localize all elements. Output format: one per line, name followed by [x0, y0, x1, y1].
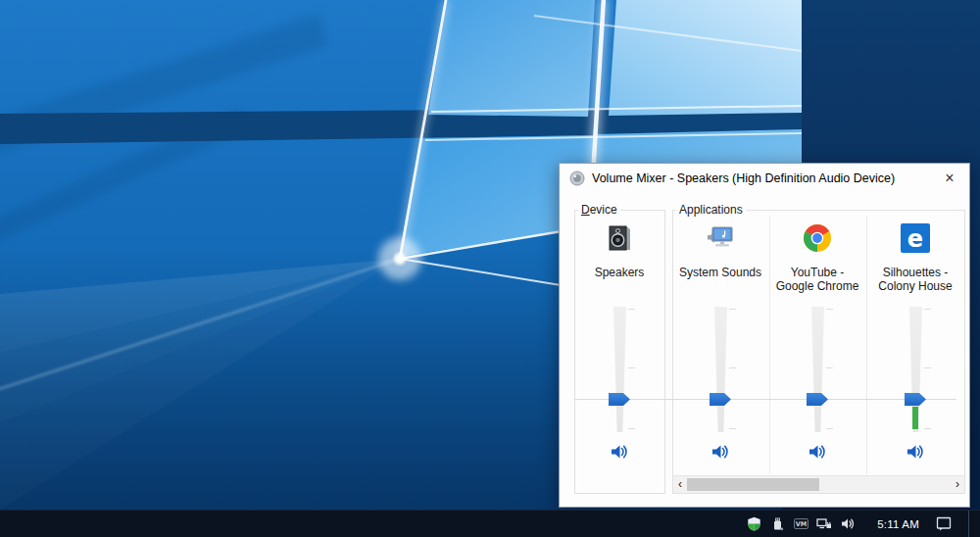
channel-label: YouTube - Google Chrome — [769, 266, 865, 293]
volume-slider-chrome[interactable] — [769, 307, 865, 434]
slider-tick — [924, 309, 931, 310]
device-group-label: Device — [578, 203, 620, 217]
window-title: Volume Mixer - Speakers (High Definition… — [592, 171, 895, 185]
volume-slider-speakers[interactable] — [571, 307, 667, 434]
mute-button-chrome[interactable] — [807, 442, 828, 464]
slider-tick — [628, 428, 635, 429]
volume-mixer-window: Volume Mixer - Speakers (High Definition… — [559, 163, 970, 508]
scroll-left-button[interactable]: ‹ — [673, 476, 687, 493]
slider-tick — [826, 367, 833, 368]
taskbar-clock[interactable]: 5:11 AM — [863, 518, 928, 530]
close-button[interactable]: × — [938, 168, 961, 189]
channel-label: Silhouettes - Colony House — [867, 266, 963, 293]
windows-defender-icon[interactable] — [746, 516, 761, 532]
svg-text:VM: VM — [796, 520, 808, 528]
title-bar[interactable]: Volume Mixer - Speakers (High Definition… — [560, 164, 969, 193]
taskbar[interactable]: VM 5:11 AM — [0, 510, 980, 537]
volume-tray-icon[interactable] — [840, 516, 856, 532]
mute-button-system-sounds[interactable] — [710, 442, 731, 464]
microsoft-edge-icon: e — [900, 222, 931, 254]
slider-thumb[interactable] — [905, 393, 926, 406]
slider-track[interactable] — [613, 307, 626, 432]
slider-tick — [729, 367, 736, 368]
peak-meter — [912, 407, 918, 429]
channel-edge: e Silhouettes - Colony House — [867, 215, 963, 475]
channel-label: System Sounds — [672, 266, 768, 279]
speakers-device-icon — [604, 222, 635, 254]
system-sounds-icon — [705, 222, 736, 254]
slider-tick — [628, 367, 635, 368]
vmware-tools-icon[interactable]: VM — [793, 516, 808, 532]
channel-system-sounds: System Sounds — [672, 215, 768, 475]
channel-speakers: Speakers — [571, 215, 667, 475]
mute-button-speakers[interactable] — [609, 442, 630, 464]
volume-slider-system-sounds[interactable] — [672, 307, 768, 434]
volume-mixer-app-icon — [569, 171, 585, 186]
channel-label: Speakers — [571, 266, 667, 279]
applications-group-label: Applications — [676, 203, 746, 217]
slider-thumb[interactable] — [807, 393, 828, 406]
action-center-icon[interactable] — [936, 516, 953, 532]
slider-tick — [729, 309, 736, 310]
slider-guide-line — [574, 399, 956, 400]
slider-track[interactable] — [811, 307, 824, 432]
slider-tick — [826, 309, 833, 310]
show-desktop-button[interactable] — [968, 511, 976, 537]
slider-tick — [628, 309, 635, 310]
system-tray: VM 5:11 AM — [746, 511, 980, 537]
google-chrome-icon — [802, 222, 833, 254]
volume-slider-edge[interactable] — [867, 307, 963, 434]
slider-track[interactable] — [714, 307, 727, 432]
scrollbar-thumb[interactable] — [687, 478, 819, 491]
scroll-right-button[interactable]: › — [951, 476, 964, 493]
svg-text:e: e — [907, 225, 923, 253]
applications-scrollbar[interactable]: ‹ › — [673, 475, 964, 493]
network-icon[interactable] — [816, 516, 832, 532]
slider-tick — [924, 428, 931, 429]
mute-button-edge[interactable] — [905, 442, 926, 464]
slider-tick — [826, 428, 833, 429]
channel-chrome: YouTube - Google Chrome — [769, 215, 865, 475]
slider-tick — [924, 367, 931, 368]
slider-tick — [729, 428, 736, 429]
slider-thumb[interactable] — [710, 393, 731, 406]
slider-thumb[interactable] — [609, 393, 630, 406]
safely-remove-hardware-icon[interactable] — [769, 516, 785, 532]
